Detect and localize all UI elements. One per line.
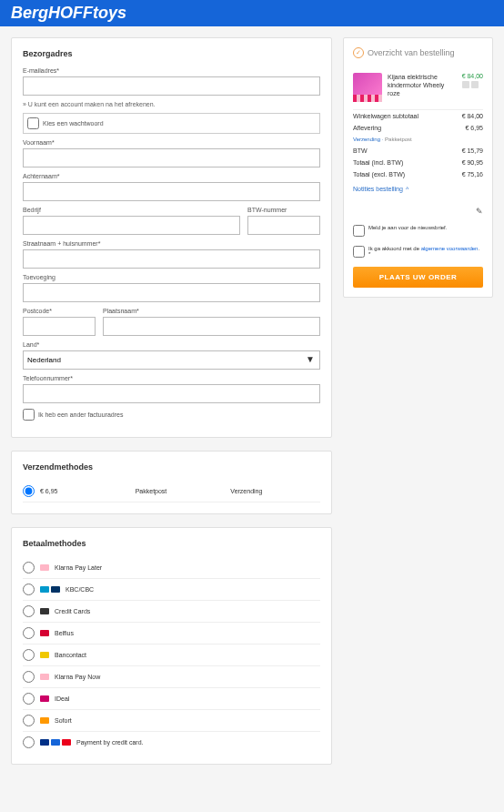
city-input[interactable] (103, 317, 320, 336)
country-label: Land (23, 341, 320, 348)
payment-label: Belfius (55, 630, 74, 636)
diff-billing-row: Ik heb een ander factuuradres (23, 409, 320, 421)
firstname-label: Voornaam (23, 139, 320, 146)
terms-label: Ik ga akkoord met de algemene voorwaarde… (368, 246, 483, 257)
email-label: E-mailadres (23, 67, 320, 74)
addition-label: Toevoeging (23, 274, 320, 280)
shipping-sub-l: Verzending (353, 137, 380, 142)
country-select[interactable]: Nederland (23, 350, 320, 370)
phone-label: Telefoonnummer (23, 375, 320, 381)
company-input[interactable] (23, 216, 240, 235)
tax-value: € 15,79 (462, 147, 483, 154)
email-input[interactable] (23, 76, 320, 96)
payment-radio[interactable] (23, 562, 35, 573)
diff-billing-label: Ik heb een ander factuuradres (38, 411, 123, 418)
chevron-up-icon: ^ (406, 186, 408, 192)
payment-radio[interactable] (23, 605, 35, 617)
postcode-input[interactable] (23, 317, 96, 336)
payment-option[interactable]: Belfius (23, 623, 320, 645)
payment-brand-icon (40, 674, 49, 680)
payment-brand-icon (40, 652, 49, 658)
payment-option[interactable]: Sofort (23, 710, 320, 732)
place-order-button[interactable]: PLAATS UW ORDER (353, 267, 483, 288)
postcode-label: Postcode (23, 308, 96, 314)
order-notes-toggle[interactable]: Notities bestelling ^ (353, 186, 483, 192)
tax-label: BTW (353, 147, 368, 154)
subtotal-label: Winkelwagen subtotaal (353, 113, 418, 119)
addition-input[interactable] (23, 283, 320, 302)
payment-radio[interactable] (23, 736, 35, 748)
payment-option[interactable]: Klarna Pay Later (23, 557, 320, 579)
payment-option[interactable]: IDeal (23, 688, 320, 710)
subtotal-value: € 84,00 (462, 113, 483, 119)
total-excl-label: Totaal (excl. BTW) (353, 171, 405, 178)
payment-option[interactable]: KBC/CBC (23, 579, 320, 601)
shipping-methods-title: Verzendmethodes (23, 462, 320, 472)
terms-link[interactable]: algemene voorwaarden (421, 246, 479, 251)
account-hint: » U kunt een account maken na het afreke… (23, 101, 320, 107)
street-input[interactable] (23, 249, 320, 269)
lastname-input[interactable] (23, 182, 320, 201)
payment-brand-icon (40, 586, 49, 593)
shipping-option[interactable]: € 6,95PakketpostVerzending (23, 481, 320, 502)
total-incl-value: € 90,95 (462, 159, 483, 166)
payment-radio[interactable] (23, 627, 35, 639)
shipping-value: € 6,95 (466, 125, 483, 131)
delivery-address-card: Bezorgadres E-mailadres » U kunt een acc… (11, 37, 332, 438)
total-incl-label: Totaal (incl. BTW) (353, 159, 403, 166)
summary-product-row: Kijana elektrische kindermotor Wheely ro… (353, 66, 483, 110)
choose-password-checkbox[interactable] (27, 117, 39, 129)
edit-qty-icon[interactable] (462, 81, 469, 88)
payment-label: KBC/CBC (66, 586, 94, 593)
shipping-label: Aflevering (353, 125, 381, 131)
shipping-methods-card: Verzendmethodes € 6,95PakketpostVerzendi… (11, 451, 332, 514)
payment-radio[interactable] (23, 715, 35, 726)
payment-brand-icon (40, 717, 49, 724)
vat-label: BTW-nummer (247, 207, 320, 213)
check-icon: ✓ (353, 47, 364, 58)
payment-label: Klarna Pay Now (55, 674, 100, 680)
payment-brand-icon (40, 608, 49, 614)
diff-billing-checkbox[interactable] (23, 409, 35, 421)
edit-notes-icon[interactable]: ✎ (476, 207, 483, 216)
order-summary-title: Overzicht van bestelling (368, 48, 455, 57)
phone-input[interactable] (23, 384, 320, 403)
payment-label: Bancontact (55, 652, 86, 658)
payment-brand-icon (40, 739, 49, 746)
payment-label: Payment by credit card. (76, 739, 144, 746)
payment-radio[interactable] (23, 693, 35, 705)
site-header: BergHOFFtoys (0, 0, 504, 26)
terms-checkbox[interactable] (353, 246, 365, 258)
payment-radio[interactable] (23, 649, 35, 661)
firstname-input[interactable] (23, 148, 320, 167)
payment-option[interactable]: Bancontact (23, 645, 320, 666)
payment-option[interactable]: Klarna Pay Now (23, 666, 320, 688)
payment-brand-icon (62, 739, 71, 746)
company-label: Bedrijf (23, 207, 240, 213)
payment-label: IDeal (55, 695, 69, 702)
payment-label: Sofort (55, 717, 72, 724)
payment-option[interactable]: Payment by credit card. (23, 732, 320, 753)
payment-brand-icon (40, 695, 49, 702)
shipping-sub-r: Pakketpost (385, 137, 412, 142)
product-thumbnail (353, 73, 382, 102)
payment-label: Credit Cards (55, 608, 90, 614)
choose-password-row: Kies een wachtwoord (23, 113, 320, 134)
payment-radio[interactable] (23, 584, 35, 595)
newsletter-label: Meld je aan voor de nieuwsbrief. (368, 225, 447, 230)
payment-option[interactable]: Credit Cards (23, 601, 320, 623)
payment-methods-card: Betaalmethodes Klarna Pay LaterKBC/CBCCr… (11, 527, 332, 765)
payment-methods-title: Betaalmethodes (23, 539, 320, 548)
city-label: Plaatsnaam (103, 308, 320, 314)
payment-brand-icon (51, 739, 60, 746)
payment-brand-icon (51, 586, 60, 593)
shipping-radio[interactable] (23, 485, 35, 497)
delivery-address-title: Bezorgadres (23, 49, 320, 58)
remove-item-icon[interactable] (471, 81, 479, 88)
newsletter-checkbox[interactable] (353, 225, 365, 237)
lastname-label: Achternaam (23, 173, 320, 179)
vat-input[interactable] (247, 216, 320, 235)
product-price: € 84,00 (462, 73, 483, 79)
total-excl-value: € 75,16 (462, 171, 483, 178)
payment-radio[interactable] (23, 671, 35, 683)
